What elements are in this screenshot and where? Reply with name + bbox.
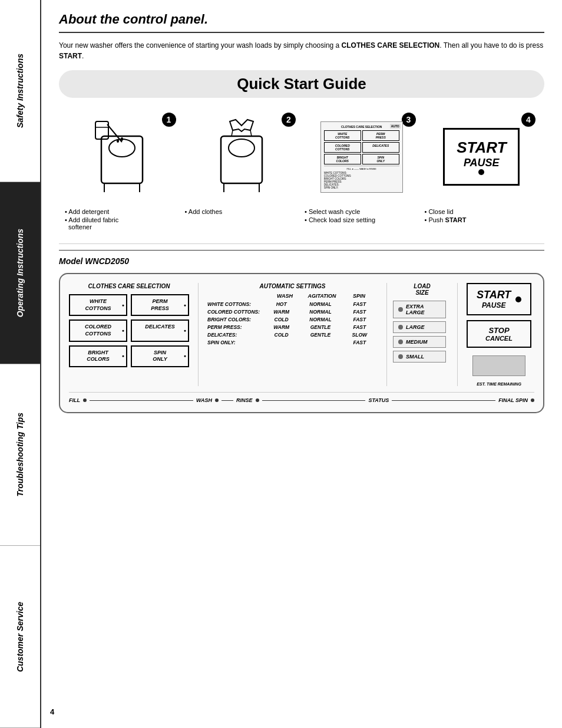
intro-bold: CLOTHES CARE SELECTION (342, 41, 440, 50)
small-btn[interactable]: SMALL (393, 351, 446, 363)
step-1-bullet-2: • Add diluted fabric softener (65, 216, 179, 230)
model-title: Model WNCD2050 (59, 256, 544, 266)
stop-label: STOP (477, 326, 521, 335)
values-delicates: COLD GENTLE SLOW (263, 332, 378, 338)
sidebar-label-operating: Operating Instructions (15, 229, 25, 317)
step-2: 2 • Add clothes (185, 110, 299, 232)
spin-colored: FAST (342, 309, 378, 315)
cancel-label: CANCEL (477, 335, 521, 342)
extra-large-btn[interactable]: EXTRALARGE (393, 301, 446, 318)
rinse-dot (256, 398, 259, 402)
stop-cancel-btn[interactable]: STOP CANCEL (467, 320, 531, 348)
fill-label: FILL (69, 397, 80, 403)
sidebar-section-customer: Customer Service (0, 546, 40, 728)
mini-btn-colored: COLOREDCOTTONS (324, 142, 361, 153)
final-spin-label: FINAL SPIN (498, 397, 528, 403)
step-2-number: 2 (282, 113, 296, 127)
load-size-header: LOADSIZE (393, 283, 451, 296)
wash-white: HOT (263, 301, 299, 307)
extra-large-dot (398, 307, 403, 312)
col-spin: SPIN (340, 293, 378, 299)
mini-settings-list: WHITE COTTONS: COLORED COTTONS: BRIGHT C… (324, 172, 399, 189)
settings-spin-only: SPIN ONLY: FAST (207, 340, 378, 345)
col-wash: WASH (266, 293, 303, 299)
delicates-label: DELICATES (145, 324, 174, 330)
svg-line-12 (250, 130, 252, 136)
medium-label: MEDIUM (406, 339, 428, 345)
step-4-image: 4 START PAUSE (425, 110, 539, 204)
bright-colors-label: BRIGHTCOLORS (87, 350, 110, 363)
label-bright-colors: BRIGHT COLORS: (207, 317, 263, 322)
sidebar-section-troubleshooting: Troubleshooting Tips (0, 364, 40, 546)
start-pause-button-large: START PAUSE (443, 128, 520, 186)
step-1-number: 1 (162, 113, 176, 127)
col-headers-row: WASH AGITATION SPIN (207, 293, 378, 299)
spin-only-btn[interactable]: SPINONLY (131, 345, 189, 367)
start-dot (478, 169, 484, 175)
rinse-status-line (262, 400, 366, 401)
est-time-label: EST. TIME REMAINING (477, 382, 521, 386)
svg-rect-0 (101, 136, 143, 183)
sidebar-label-safety: Safety Instructions (15, 54, 25, 128)
delicates-btn[interactable]: DELICATES (131, 319, 189, 341)
page-title: About the control panel. (59, 12, 544, 33)
settings-white-cottons: WHITE COTTONS: HOT NORMAL FAST (207, 301, 378, 307)
agit-perm: GENTLE (302, 324, 338, 330)
panel-top: CLOTHES CARE SELECTION WHITECOTTONS PERM… (69, 283, 534, 386)
large-btn[interactable]: LARGE (393, 321, 446, 333)
status-label: STATUS (368, 397, 389, 403)
bright-colors-btn[interactable]: BRIGHTCOLORS (69, 345, 127, 367)
step-2-bullet-1: • Add clothes (185, 208, 299, 215)
svg-point-6 (121, 137, 123, 141)
main-content: About the control panel. Your new washer… (41, 0, 562, 728)
step-3-desc: • Select wash cycle • Check load size se… (305, 207, 419, 225)
status-bar: FILL WASH RINSE STATUS FINAL SPIN (69, 392, 534, 403)
care-buttons-grid: WHITECOTTONS PERMPRESS COLOREDCOTTONS DE… (69, 294, 189, 367)
svg-line-11 (232, 130, 233, 136)
start-pause-panel-btn[interactable]: START PAUSE (467, 283, 531, 315)
colored-cottons-label: COLOREDCOTTONS (85, 324, 111, 337)
wash-bright: COLD (263, 317, 299, 322)
sidebar-label-troubleshooting: Troubleshooting Tips (15, 413, 25, 497)
step-4-bullet-1: • Close lid (425, 208, 539, 215)
sidebar-section-safety: Safety Instructions (0, 0, 40, 182)
settings-colored-cottons: COLORED COTTONS: WARM NORMAL FAST (207, 309, 378, 315)
start-panel-label: START (477, 289, 511, 301)
wash-perm: WARM (263, 324, 299, 330)
pause-panel-label: PAUSE (477, 301, 511, 309)
step-3: 3 CLOTHES CARE SELECTION WHITECOTTONS PE… (305, 110, 419, 232)
steps-row: 1 • Add (59, 110, 544, 232)
perm-press-btn[interactable]: PERMPRESS (131, 294, 189, 316)
colored-cottons-btn[interactable]: COLOREDCOTTONS (69, 319, 127, 341)
svg-rect-9 (221, 136, 262, 183)
label-spin-only: SPIN ONLY: (207, 340, 263, 345)
settings-delicates: DELICATES: COLD GENTLE SLOW (207, 332, 378, 338)
est-time-display (472, 355, 525, 376)
svg-line-2 (107, 124, 122, 142)
auto-settings-section: AUTOMATIC SETTINGS WASH AGITATION SPIN W… (199, 283, 387, 386)
wash-rinse-connector (222, 400, 233, 401)
large-label: LARGE (406, 324, 425, 330)
sidebar-section-operating: Operating Instructions (0, 182, 40, 364)
white-cottons-btn[interactable]: WHITECOTTONS (69, 294, 127, 316)
care-selection-header: CLOTHES CARE SELECTION (69, 283, 189, 289)
medium-btn[interactable]: MEDIUM (393, 336, 446, 348)
mini-buttons-grid: WHITECOTTONS PERMPRESS COLOREDCOTTONS DE… (324, 130, 399, 164)
sidebar-label-customer: Customer Service (15, 602, 25, 672)
mini-setting-spin: SPIN ONLY: (324, 186, 399, 189)
small-dot (398, 354, 403, 359)
divider (59, 243, 544, 244)
large-dot (398, 325, 403, 330)
intro-text-end: . Then all you have to do is press (439, 41, 543, 50)
control-panel: CLOTHES CARE SELECTION WHITECOTTONS PERM… (59, 273, 544, 413)
settings-perm-press: PERM PRESS: WARM GENTLE FAST (207, 324, 378, 330)
intro-text-start: Your new washer offers the convenience o… (59, 41, 342, 50)
step-3-image: 3 CLOTHES CARE SELECTION WHITECOTTONS PE… (305, 110, 419, 204)
intro-period: . (82, 52, 84, 60)
mini-control-panel: CLOTHES CARE SELECTION WHITECOTTONS PERM… (320, 121, 403, 193)
mini-auto: AUTO (390, 124, 401, 129)
values-white-cottons: HOT NORMAL FAST (263, 301, 378, 307)
step-2-illustration (209, 118, 274, 195)
step-4-desc: • Close lid • Push START (425, 207, 539, 225)
agit-bright: NORMAL (302, 317, 338, 322)
